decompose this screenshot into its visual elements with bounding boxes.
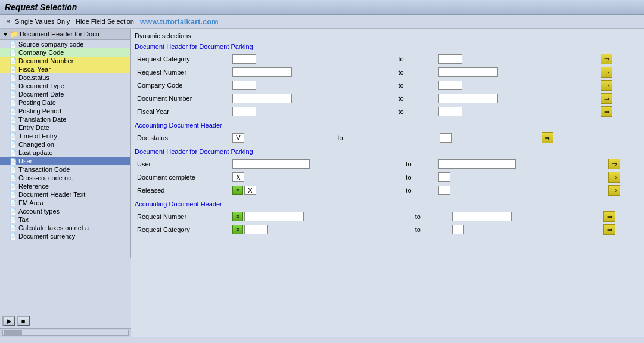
label-company-code: Company Code xyxy=(137,82,182,89)
input-request-number-from[interactable] xyxy=(232,67,292,77)
req-cat-prefix-btn[interactable]: ≡ xyxy=(232,225,243,234)
doc-icon-postdate: 📄 xyxy=(10,100,17,106)
input-user-from[interactable] xyxy=(232,159,310,169)
input-released-to[interactable] xyxy=(438,186,450,195)
label-fiscal-year: Fiscal Year xyxy=(137,108,169,115)
single-values-icon: ⊕ xyxy=(4,17,13,26)
doc-icon-calctax: 📄 xyxy=(10,225,17,231)
tree-item-transdate[interactable]: 📄 Translation Date xyxy=(0,115,130,123)
tree-item-tax[interactable]: 📄 Tax xyxy=(0,215,130,224)
tree-item-timeentry[interactable]: 📄 Time of Entry xyxy=(0,132,130,140)
section-3-table: User to ⇒ Document complete to ⇒ Release… xyxy=(135,157,640,197)
to-label-3: to xyxy=(394,82,407,89)
section-header-2: Accounting Document Header xyxy=(135,122,640,129)
arrow-btn-released[interactable]: ⇒ xyxy=(608,185,620,196)
h-scrollbar[interactable] xyxy=(2,330,129,336)
tree-collapse-icon[interactable]: ▼ xyxy=(2,31,8,38)
tree-item-doctype[interactable]: 📄 Document Type xyxy=(0,82,130,90)
input-doc-complete-from[interactable] xyxy=(232,172,244,182)
h-scroll-thumb[interactable] xyxy=(4,330,22,335)
doc-icon-source: 📄 xyxy=(10,41,17,48)
input-request-category-2-to[interactable] xyxy=(452,225,464,234)
input-request-category-from[interactable] xyxy=(232,54,256,64)
arrow-btn-doc-complete[interactable]: ⇒ xyxy=(608,172,620,183)
arrow-btn-document-number[interactable]: ⇒ xyxy=(601,93,612,104)
input-fiscal-year-from[interactable] xyxy=(232,107,256,116)
input-request-category-2-from[interactable] xyxy=(244,225,268,234)
input-request-number-2-to[interactable] xyxy=(452,212,512,221)
input-released-from[interactable] xyxy=(244,186,256,195)
tree-item-docheadertext[interactable]: 📄 Document Header Text xyxy=(0,190,130,199)
input-docstatus-from[interactable] xyxy=(232,133,244,143)
page-title: Request Selection xyxy=(5,2,639,12)
tree-item-changedon[interactable]: 📄 Changed on xyxy=(0,140,130,149)
stop-button[interactable]: ■ xyxy=(17,316,30,326)
tree-item-reference[interactable]: 📄 Reference xyxy=(0,182,130,190)
input-doc-complete-to[interactable] xyxy=(438,172,450,182)
tree-item-doccurrency[interactable]: 📄 Document currency xyxy=(0,232,130,240)
tree-label-reference: Reference xyxy=(18,183,49,190)
section-2-table: Doc.status to ⇒ xyxy=(135,131,640,144)
tree-label-tax: Tax xyxy=(18,216,29,223)
tree-label-postdate: Posting Date xyxy=(18,99,56,106)
arrow-btn-request-number-2[interactable]: ⇒ xyxy=(603,211,615,222)
label-document-number: Document Number xyxy=(137,95,192,102)
tree-item-docstatus[interactable]: 📄 Doc.status xyxy=(0,73,130,82)
tree-item-postperiod[interactable]: 📄 Posting Period xyxy=(0,107,130,115)
tree-item-fiscal-year[interactable]: 📄 Fiscal Year xyxy=(0,65,130,73)
tree-item-docdate[interactable]: 📄 Document Date xyxy=(0,90,130,98)
arrow-btn-company-code[interactable]: ⇒ xyxy=(601,80,612,91)
released-prefix-btn[interactable]: ≡ xyxy=(232,186,243,195)
main-content: ▼ 📁 Document Header for Docu 📄 Source co… xyxy=(0,29,644,337)
row-company-code: Company Code to ⇒ xyxy=(135,79,640,92)
tree-item-company-code[interactable]: 📄 Company Code xyxy=(0,48,130,57)
input-request-number-to[interactable] xyxy=(438,67,498,77)
req-num-from-group: ≡ xyxy=(232,212,407,221)
tree-item-lastupdate[interactable]: 📄 Last update xyxy=(0,149,130,157)
tree-label-user: User xyxy=(18,157,32,165)
row-doc-complete: Document complete to ⇒ xyxy=(135,171,640,184)
single-values-btn[interactable]: ⊕ Single Values Only xyxy=(4,17,70,26)
arrow-btn-docstatus[interactable]: ⇒ xyxy=(542,132,553,143)
tree-header: ▼ 📁 Document Header for Docu xyxy=(0,29,130,40)
section-header-1: Document Header for Document Parking xyxy=(135,43,640,50)
row-user: User to ⇒ xyxy=(135,157,640,171)
doc-icon-doccurrency: 📄 xyxy=(10,233,17,240)
input-docstatus-to[interactable] xyxy=(440,133,452,143)
tree-item-document-number[interactable]: 📄 Document Number xyxy=(0,57,130,65)
tree-item-crossco[interactable]: 📄 Cross-co. code no. xyxy=(0,174,130,182)
req-num-prefix-btn[interactable]: ≡ xyxy=(232,212,243,221)
tree-item-postdate[interactable]: 📄 Posting Date xyxy=(0,98,130,107)
row-released: Released ≡ to ⇒ xyxy=(135,184,640,197)
title-bar: Request Selection xyxy=(0,0,644,15)
arrow-btn-request-number[interactable]: ⇒ xyxy=(601,67,612,78)
arrow-btn-request-category-2[interactable]: ⇒ xyxy=(603,224,615,235)
tree-item-user[interactable]: 📄 User xyxy=(0,157,130,165)
input-document-number-to[interactable] xyxy=(438,94,498,103)
arrow-btn-request-category[interactable]: ⇒ xyxy=(601,54,612,64)
tree-item-calctax[interactable]: 📄 Calculate taxes on net a xyxy=(0,224,130,232)
tree-item-fmarea[interactable]: 📄 FM Area xyxy=(0,199,130,207)
tree-label-docnum: Document Number xyxy=(18,57,73,64)
row-document-number: Document Number to ⇒ xyxy=(135,92,640,105)
arrow-btn-user[interactable]: ⇒ xyxy=(608,159,620,169)
watermark: www.tutorialkart.com xyxy=(140,17,219,26)
tree-item-txncode[interactable]: 📄 Transaction Code xyxy=(0,165,130,174)
input-company-code-to[interactable] xyxy=(438,81,462,90)
tree-item-entrydate[interactable]: 📄 Entry Date xyxy=(0,123,130,132)
arrow-btn-fiscal-year[interactable]: ⇒ xyxy=(601,106,612,117)
input-request-category-to[interactable] xyxy=(438,54,462,64)
tree-label-lastupdate: Last update xyxy=(18,149,53,156)
doc-icon-company: 📄 xyxy=(10,50,17,56)
input-company-code-from[interactable] xyxy=(232,81,256,90)
input-request-number-2-from[interactable] xyxy=(244,212,304,221)
tree-item-acctypes[interactable]: 📄 Account types xyxy=(0,207,130,215)
input-document-number-from[interactable] xyxy=(232,94,292,103)
input-user-to[interactable] xyxy=(438,159,516,169)
tree-item-source-company-code[interactable]: 📄 Source company code xyxy=(0,40,130,48)
play-button[interactable]: ▶ xyxy=(2,316,15,326)
hide-field-btn[interactable]: Hide Field Selection xyxy=(76,18,134,25)
label-doc-complete: Document complete xyxy=(137,174,195,181)
input-fiscal-year-to[interactable] xyxy=(438,107,462,116)
tree-label-source: Source company code xyxy=(18,41,83,48)
